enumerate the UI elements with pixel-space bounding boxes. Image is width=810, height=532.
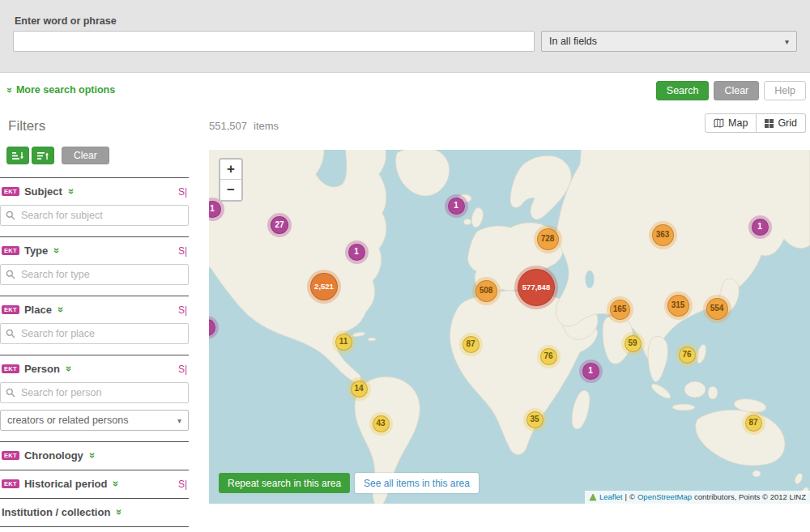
map-cluster-marker[interactable]: 27 (271, 216, 288, 234)
filters-title: Filters (8, 118, 202, 134)
filter-section: EKT Chronology « (0, 441, 189, 470)
map-cluster-marker[interactable]: 1 (448, 198, 465, 215)
map-cluster-marker[interactable]: 554 (706, 298, 728, 320)
openstreetmap-link[interactable]: OpenStreetMap (637, 492, 692, 501)
filter-section-header[interactable]: EKT Historical period « S| (0, 478, 189, 490)
attribution-separator: | (625, 492, 626, 501)
map-cluster-marker[interactable]: 2,521 (310, 273, 338, 300)
filter-section: EKT Place « S| (0, 296, 189, 355)
filter-section-header[interactable]: EKT Chronology « (0, 449, 189, 462)
attribution-suffix: contributors, Points © 2012 LINZ (694, 492, 806, 501)
leaflet-link[interactable]: Leaflet (599, 492, 623, 501)
filters-sidebar: Filters Clear EKT Subject « S| (0, 109, 202, 527)
map-cluster-marker[interactable]: 76 (540, 348, 557, 365)
map-cluster-marker[interactable]: 1 (752, 219, 769, 236)
filter-section: EKT Person « S| creators or related pers… (0, 355, 189, 441)
clear-button[interactable]: Clear (714, 81, 759, 100)
map-cluster-marker[interactable]: 76 (679, 347, 696, 364)
map-cluster-marker[interactable]: 87 (463, 336, 480, 353)
search-label: Enter word or phrase (15, 15, 117, 27)
sort-alpha-asc-icon (11, 151, 24, 161)
filter-label: Subject (24, 185, 62, 198)
map-canvas[interactable]: + − Repeat search in this area See all i… (209, 150, 810, 504)
map-cluster-marker[interactable]: 728 (537, 228, 559, 250)
see-all-items-area-button[interactable]: See all items in this area (355, 473, 479, 493)
repeat-search-area-button[interactable]: Repeat search in this area (219, 473, 350, 493)
filter-section-header[interactable]: EKT Subject « S| (0, 185, 189, 198)
leaflet-logo-icon (589, 493, 597, 501)
chevron-double-down-icon: « (4, 87, 15, 93)
map-cluster-marker[interactable]: 43 (373, 415, 390, 432)
chevron-down-icon: ▾ (177, 416, 181, 425)
results-count: 551,507items (209, 120, 279, 132)
map-cluster-marker[interactable]: 577,848 (518, 269, 555, 306)
ekt-badge: EKT (2, 364, 19, 374)
map-cluster-marker[interactable]: 1 (582, 363, 599, 380)
chevron-double-down-icon: « (113, 509, 123, 515)
filter-search-input[interactable] (0, 323, 189, 344)
filter-label: Institution / collection (2, 506, 110, 518)
chevron-down-icon: ▾ (785, 37, 789, 46)
filter-search-input[interactable] (0, 382, 189, 403)
top-search-bar: Enter word or phrase In all fields ▾ (0, 0, 810, 73)
map-view-button[interactable]: Map (705, 113, 757, 133)
chevron-double-down-icon: « (110, 481, 121, 487)
zoom-in-button[interactable]: + (220, 160, 241, 180)
chevron-double-down-icon: « (65, 189, 75, 194)
filter-section: Institution / collection « (0, 498, 189, 527)
map-cluster-marker[interactable]: 87 (745, 415, 762, 432)
filter-search-input[interactable] (0, 205, 189, 226)
filter-right-tag[interactable]: S| (178, 364, 189, 375)
filter-section-header[interactable]: Institution / collection « (0, 506, 189, 518)
search-icon (6, 270, 15, 279)
search-icon (6, 211, 15, 220)
filter-section-header[interactable]: EKT Place « S| (0, 304, 189, 316)
filter-section: EKT Type « S| (0, 236, 189, 296)
search-actions: Search Clear Help (656, 81, 806, 100)
map-cluster-marker[interactable]: 165 (610, 300, 630, 320)
filter-search-input[interactable] (0, 264, 189, 285)
view-toggle: Map Grid (705, 113, 806, 133)
filter-right-tag[interactable]: S| (178, 304, 189, 316)
map-cluster-marker[interactable]: 363 (652, 224, 674, 246)
map-cluster-marker[interactable]: 59 (625, 335, 642, 352)
map-cluster-marker[interactable]: 508 (475, 280, 497, 302)
filter-dropdown[interactable]: creators or related persons ▾ (0, 410, 189, 431)
map-cluster-marker[interactable]: 11 (335, 334, 352, 351)
filter-section-header[interactable]: EKT Type « S| (0, 245, 189, 257)
filter-label: Place (24, 304, 52, 316)
zoom-out-button[interactable]: − (220, 180, 241, 200)
filter-right-tag[interactable]: S| (178, 479, 189, 490)
filter-section: EKT Historical period « S| (0, 470, 189, 498)
more-search-options-link[interactable]: « More search options (6, 84, 115, 96)
filter-section-header[interactable]: EKT Person « S| (0, 363, 189, 375)
map-cluster-marker[interactable]: 1 (209, 201, 221, 218)
chevron-double-down-icon: « (86, 453, 96, 458)
field-scope-select[interactable]: In all fields ▾ (541, 31, 797, 52)
filter-right-tag[interactable]: S| (178, 245, 189, 257)
map-cluster-marker[interactable]: 315 (667, 295, 689, 317)
grid-view-button[interactable]: Grid (757, 113, 806, 133)
help-button[interactable]: Help (764, 81, 806, 100)
results-count-label: items (254, 120, 279, 132)
map-attribution: Leaflet | © OpenStreetMap contributors, … (585, 491, 810, 504)
zoom-control: + − (219, 158, 243, 202)
filters-clear-button[interactable]: Clear (62, 147, 109, 164)
search-input[interactable] (13, 31, 535, 52)
chevron-double-down-icon: « (50, 248, 61, 253)
filter-search-wrap (0, 323, 189, 344)
filter-right-tag[interactable]: S| (178, 186, 189, 198)
search-icon (6, 329, 15, 338)
sort-alpha-asc-button[interactable] (6, 147, 29, 164)
ekt-badge: EKT (2, 246, 19, 256)
map-cluster-marker[interactable]: 14 (351, 381, 368, 398)
search-button[interactable]: Search (656, 81, 710, 100)
map-icon (714, 118, 724, 128)
filter-section: EKT Subject « S| (0, 177, 189, 236)
map-cluster-marker[interactable]: 35 (526, 411, 544, 428)
world-map-tiles (209, 150, 810, 504)
attribution-copy: © (629, 492, 635, 501)
map-cluster-marker[interactable]: 1 (348, 244, 365, 261)
sort-alpha-desc-icon (36, 151, 49, 161)
sort-alpha-desc-button[interactable] (32, 147, 54, 164)
